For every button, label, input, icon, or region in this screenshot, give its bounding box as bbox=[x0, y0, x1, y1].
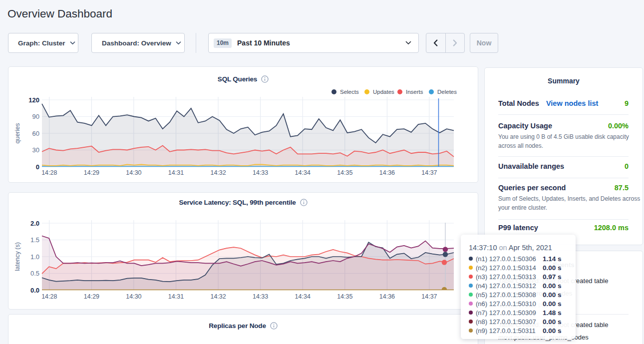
svg-text:14:34: 14:34 bbox=[295, 169, 311, 176]
svg-text:14:31: 14:31 bbox=[168, 293, 184, 300]
svg-text:0: 0 bbox=[36, 163, 39, 171]
svg-text:2.0: 2.0 bbox=[30, 220, 39, 227]
svg-text:90: 90 bbox=[32, 113, 39, 120]
svg-text:14:36: 14:36 bbox=[379, 169, 395, 176]
svg-text:1.0: 1.0 bbox=[30, 253, 39, 261]
svg-text:14:30: 14:30 bbox=[126, 293, 141, 300]
svg-text:14:33: 14:33 bbox=[253, 169, 268, 176]
svg-text:30: 30 bbox=[32, 146, 39, 154]
svg-text:14:28: 14:28 bbox=[41, 169, 57, 176]
svg-text:14:31: 14:31 bbox=[168, 169, 184, 176]
svg-text:14:32: 14:32 bbox=[210, 293, 226, 300]
svg-text:14:36: 14:36 bbox=[379, 293, 395, 300]
svg-text:14:37: 14:37 bbox=[421, 293, 437, 300]
svg-text:14:37: 14:37 bbox=[421, 169, 437, 176]
svg-text:latency (s): latency (s) bbox=[14, 242, 21, 271]
svg-text:queries: queries bbox=[14, 123, 21, 144]
svg-text:60: 60 bbox=[32, 130, 39, 137]
svg-text:14:28: 14:28 bbox=[41, 293, 57, 300]
svg-text:14:30: 14:30 bbox=[126, 169, 141, 176]
svg-text:1.5: 1.5 bbox=[30, 236, 39, 244]
svg-text:0.5: 0.5 bbox=[30, 270, 39, 277]
svg-text:14:33: 14:33 bbox=[253, 293, 268, 300]
svg-text:0.0: 0.0 bbox=[30, 287, 39, 294]
svg-text:14:32: 14:32 bbox=[210, 169, 226, 176]
svg-text:120: 120 bbox=[28, 96, 39, 104]
svg-text:14:35: 14:35 bbox=[337, 293, 352, 300]
svg-text:14:29: 14:29 bbox=[84, 293, 99, 300]
svg-text:14:34: 14:34 bbox=[295, 293, 311, 300]
svg-text:14:35: 14:35 bbox=[337, 169, 352, 176]
svg-text:14:29: 14:29 bbox=[84, 169, 99, 176]
